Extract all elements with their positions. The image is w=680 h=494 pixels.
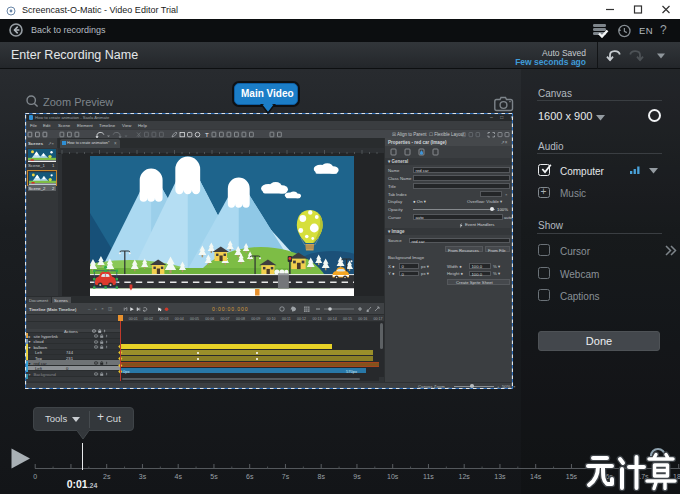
svg-text:8s: 8s <box>317 473 325 480</box>
svg-text:0: 0 <box>33 473 37 480</box>
svg-text:4s: 4s <box>174 473 182 480</box>
svg-text:3s: 3s <box>139 473 147 480</box>
svg-text:13s: 13s <box>494 473 506 480</box>
svg-text:12s: 12s <box>459 473 471 480</box>
svg-text:14s: 14s <box>530 473 542 480</box>
svg-text:6s: 6s <box>246 473 254 480</box>
svg-text:7s: 7s <box>282 473 290 480</box>
svg-text:10s: 10s <box>387 473 399 480</box>
svg-text:11s: 11s <box>423 473 434 480</box>
svg-text:9s: 9s <box>353 473 361 480</box>
svg-text:5s: 5s <box>210 473 218 480</box>
